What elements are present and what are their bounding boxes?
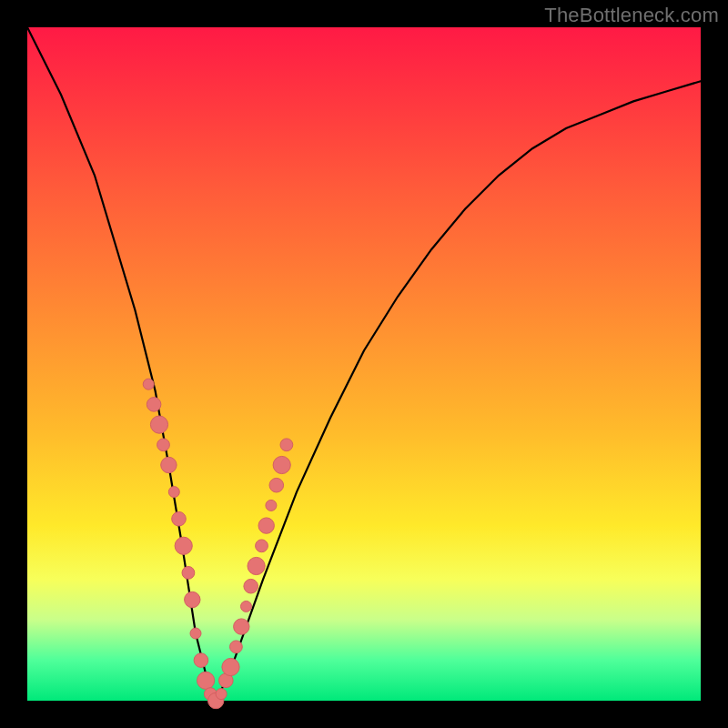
cluster-point	[161, 457, 177, 472]
chart-frame: TheBottleneck.com	[0, 0, 728, 728]
watermark-text: TheBottleneck.com	[544, 4, 719, 27]
cluster-point	[185, 592, 200, 607]
cluster-point	[150, 416, 167, 433]
cluster-point	[258, 518, 274, 533]
cluster-point	[197, 672, 215, 689]
cluster-point	[256, 540, 268, 552]
cluster-point	[234, 619, 249, 634]
cluster-point	[222, 658, 239, 675]
cluster-point	[194, 653, 208, 668]
cluster-point	[147, 398, 161, 412]
bottleneck-curve	[27, 27, 701, 701]
cluster-point	[244, 579, 258, 593]
cluster-point	[241, 601, 252, 612]
cluster-point	[175, 537, 192, 554]
cluster-point	[216, 689, 227, 700]
cluster-point	[269, 478, 284, 492]
cluster-point	[143, 379, 154, 389]
cluster-point	[168, 487, 179, 498]
cluster-point	[172, 511, 187, 526]
cluster-point	[280, 439, 293, 451]
cluster-point	[157, 439, 170, 451]
cluster-point	[273, 456, 290, 473]
cluster-point	[182, 567, 195, 580]
cluster-points-group	[143, 379, 293, 709]
plot-area	[27, 27, 701, 701]
cluster-point	[248, 557, 265, 574]
cluster-point	[230, 641, 243, 653]
cluster-point	[266, 500, 277, 511]
chart-svg	[27, 27, 701, 701]
cluster-point	[190, 628, 201, 639]
